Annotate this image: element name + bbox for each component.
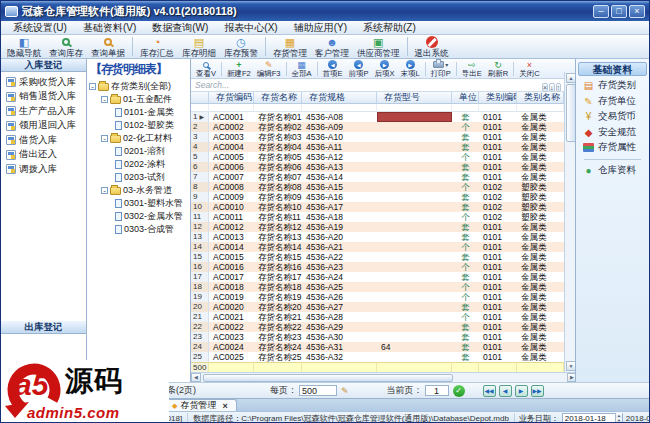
cell[interactable]: 个 bbox=[452, 262, 479, 272]
cell[interactable]: AC0022 bbox=[209, 322, 254, 332]
filter-cell[interactable] bbox=[209, 104, 254, 112]
cell[interactable]: AC0004 bbox=[209, 142, 254, 152]
cell[interactable]: 4536-A10 bbox=[302, 132, 377, 142]
tree-node-7[interactable]: 0203-试剂 bbox=[87, 171, 190, 184]
query-stock-button[interactable]: 查询库存 bbox=[45, 35, 87, 58]
cell[interactable]: 4536-A16 bbox=[302, 192, 377, 202]
tab-inventory-mgmt[interactable]: ◆存货管理× bbox=[163, 399, 237, 411]
cell[interactable]: 存货名称21 bbox=[254, 312, 302, 322]
cell[interactable]: 存货名称25 bbox=[254, 352, 302, 362]
table-row[interactable]: 17AC0017存货名称174536-A24套0101金属类 bbox=[191, 272, 577, 282]
hscroll-thumb[interactable] bbox=[203, 374, 453, 382]
maximize-button[interactable]: □ bbox=[611, 5, 627, 18]
cell[interactable] bbox=[377, 252, 452, 262]
inbound-section-header[interactable]: 入库登记 bbox=[1, 59, 86, 72]
clear-search-button[interactable]: × bbox=[542, 83, 548, 92]
cell[interactable]: 套 bbox=[452, 302, 479, 312]
tree-node-8[interactable]: -03-水务管道 bbox=[87, 184, 190, 197]
cell[interactable] bbox=[377, 332, 452, 342]
cell[interactable]: 塑胶类 bbox=[517, 212, 564, 222]
cell[interactable] bbox=[377, 312, 452, 322]
cell[interactable]: 套 bbox=[452, 132, 479, 142]
column-header-6[interactable]: 类别名称 bbox=[517, 92, 564, 104]
cell[interactable]: AC0012 bbox=[209, 222, 254, 232]
cell[interactable]: 存货名称18 bbox=[254, 282, 302, 292]
dropdown-caret-icon[interactable]: ▾ bbox=[445, 60, 448, 70]
cell[interactable]: 4536-A25 bbox=[302, 282, 377, 292]
cell[interactable]: 4536-A11 bbox=[302, 142, 377, 152]
cell[interactable]: AC0008 bbox=[209, 182, 254, 192]
table-row[interactable]: 18AC0018存货名称184536-A25个0101金属类 bbox=[191, 282, 577, 292]
cell[interactable]: 存货名称23 bbox=[254, 332, 302, 342]
column-header-5[interactable]: 类别编码 bbox=[479, 92, 517, 104]
table-row[interactable]: 2AC0002存货名称024536-A09个0101金属类 bbox=[191, 122, 577, 132]
cell[interactable]: 4536-A19 bbox=[302, 222, 377, 232]
cell[interactable]: 套 bbox=[452, 232, 479, 242]
cell[interactable]: 4536-A27 bbox=[302, 302, 377, 312]
outbound-section-header[interactable]: 出库登记 bbox=[1, 321, 86, 334]
cell[interactable]: 4536-A32 bbox=[302, 352, 377, 362]
cell[interactable]: 金属类 bbox=[517, 282, 564, 292]
tree-node-3[interactable]: 0102-塑胶类 bbox=[87, 119, 190, 132]
cell[interactable]: 0101 bbox=[479, 272, 517, 282]
table-row[interactable]: 13AC0013存货名称134536-A20套0101金属类 bbox=[191, 232, 577, 242]
cell[interactable]: 套 bbox=[452, 272, 479, 282]
collapse-icon[interactable]: - bbox=[101, 187, 108, 194]
cell[interactable]: 4536-A26 bbox=[302, 292, 377, 302]
cell[interactable]: 存货名称20 bbox=[254, 302, 302, 312]
table-row[interactable]: 16AC0016存货名称164536-A23个0101金属类 bbox=[191, 262, 577, 272]
cell[interactable] bbox=[377, 162, 452, 172]
cell[interactable]: 存货名称15 bbox=[254, 252, 302, 262]
cell[interactable]: 金属类 bbox=[517, 352, 564, 362]
cell[interactable]: 0101 bbox=[479, 142, 517, 152]
close-tab-icon[interactable]: × bbox=[222, 401, 227, 411]
cell[interactable]: 金属类 bbox=[517, 112, 564, 122]
cell[interactable]: 套 bbox=[452, 342, 479, 352]
cell[interactable]: 0101 bbox=[479, 282, 517, 292]
cell[interactable]: 0102 bbox=[479, 192, 517, 202]
table-row[interactable]: 9AC0009存货名称094536-A16套0102塑胶类 bbox=[191, 192, 577, 202]
column-header-0[interactable]: 存货编码 bbox=[209, 92, 254, 104]
cell[interactable] bbox=[377, 152, 452, 162]
rp-item-inventory-category[interactable]: ▤存货类别 bbox=[576, 78, 649, 94]
cell[interactable] bbox=[377, 282, 452, 292]
table-row[interactable]: 21AC0021存货名称214536-A28个0101金属类 bbox=[191, 312, 577, 322]
cell[interactable]: 4536-A20 bbox=[302, 232, 377, 242]
table-row[interactable]: 6AC0006存货名称064536-A13套0101金属类 bbox=[191, 162, 577, 172]
cell[interactable]: 存货名称19 bbox=[254, 292, 302, 302]
cell[interactable]: 存货名称24 bbox=[254, 342, 302, 352]
cell[interactable]: 存货名称11 bbox=[254, 212, 302, 222]
cell[interactable]: 4536-A17 bbox=[302, 202, 377, 212]
cell[interactable]: AC0007 bbox=[209, 172, 254, 182]
cell[interactable]: AC0016 bbox=[209, 262, 254, 272]
cell[interactable]: 金属类 bbox=[517, 252, 564, 262]
biz-date-input[interactable] bbox=[565, 414, 615, 423]
cell[interactable]: AC0009 bbox=[209, 192, 254, 202]
first-page-button[interactable]: ◀◀ bbox=[483, 385, 496, 397]
first-button[interactable]: ◀首项E bbox=[320, 60, 346, 78]
cell[interactable]: 金属类 bbox=[517, 122, 564, 132]
prev-button[interactable]: ◀前项P bbox=[346, 60, 372, 78]
cell[interactable]: 存货名称01 bbox=[254, 112, 302, 122]
cell[interactable]: 存货名称04 bbox=[254, 142, 302, 152]
cell[interactable]: 0101 bbox=[479, 312, 517, 322]
cell[interactable]: 4536-A29 bbox=[302, 322, 377, 332]
table-row[interactable]: 25AC0025存货名称254536-A32套0101金属类 bbox=[191, 352, 577, 362]
selected-cell[interactable] bbox=[377, 112, 452, 122]
cell[interactable]: AC0014 bbox=[209, 242, 254, 252]
cell[interactable]: AC0003 bbox=[209, 132, 254, 142]
tree-node-5[interactable]: 0201-溶剂 bbox=[87, 145, 190, 158]
column-header-4[interactable]: 单位 bbox=[452, 92, 479, 104]
cell[interactable]: 金属类 bbox=[517, 322, 564, 332]
column-header-2[interactable]: 存货规格 bbox=[302, 92, 377, 104]
cell[interactable]: 套 bbox=[452, 332, 479, 342]
table-row[interactable]: 11AC0011存货名称114536-A18个0102塑胶类 bbox=[191, 212, 577, 222]
cell[interactable]: 4536-A22 bbox=[302, 252, 377, 262]
cell[interactable]: AC0023 bbox=[209, 332, 254, 342]
cell[interactable]: 存货名称03 bbox=[254, 132, 302, 142]
filter-cell[interactable] bbox=[479, 104, 517, 112]
exit-system-button[interactable]: 退出系统 bbox=[411, 35, 453, 58]
rp-item-inventory-attribute[interactable]: 存货属性 bbox=[576, 140, 649, 156]
cell[interactable]: 个 bbox=[452, 292, 479, 302]
cell[interactable]: 金属类 bbox=[517, 222, 564, 232]
